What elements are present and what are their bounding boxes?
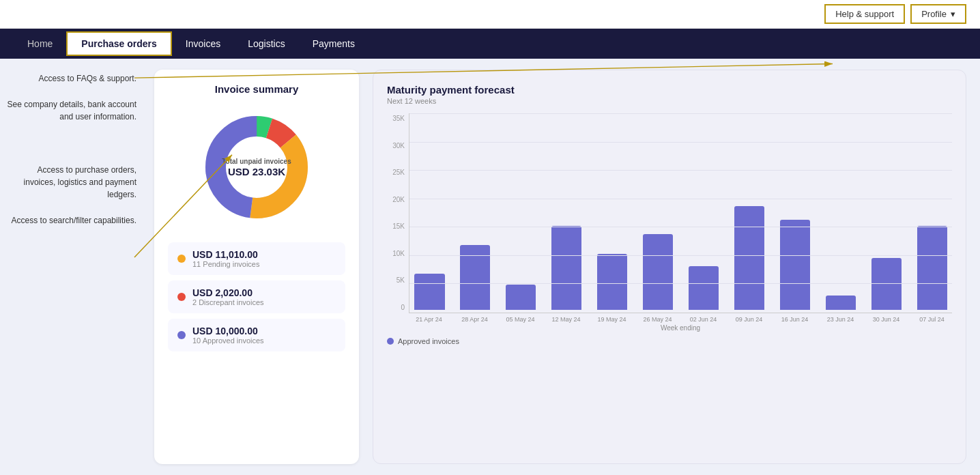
- bar-col: [729, 113, 769, 310]
- y-label-5k: 5K: [387, 276, 405, 284]
- bar: [734, 206, 764, 310]
- x-label: 28 Apr 24: [455, 316, 495, 323]
- bar: [871, 258, 902, 310]
- bar: [689, 266, 719, 310]
- bar-col: [866, 113, 906, 310]
- x-label: 05 May 24: [500, 316, 541, 323]
- legend-label-discrepant: 2 Discrepant invoices: [192, 298, 264, 306]
- x-label: 23 Jun 24: [820, 316, 861, 323]
- y-label-30k: 30K: [387, 142, 405, 149]
- x-label: 16 Jun 24: [775, 316, 815, 323]
- profile-label: Profile: [921, 9, 947, 19]
- forecast-subtitle: Next 12 weeks: [387, 97, 952, 105]
- x-label: 21 Apr 24: [409, 316, 449, 323]
- legend-item-discrepant: USD 2,020.00 2 Discrepant invoices: [168, 280, 345, 313]
- x-label: 19 May 24: [592, 316, 632, 323]
- chart-legend-label: Approved invoices: [398, 337, 459, 345]
- annotation-sidebar: Access to FAQs & support. See company de…: [0, 59, 143, 475]
- y-label-20k: 20K: [387, 196, 405, 203]
- bar: [826, 296, 856, 310]
- legend-amount-pending: USD 11,010.00: [192, 249, 259, 260]
- y-axis: 0 5K 10K 15K 20K 25K 30K 35K: [387, 113, 409, 332]
- donut-label: Total unpaid invoices: [222, 157, 291, 166]
- profile-button[interactable]: Profile ▾: [910, 4, 966, 24]
- profile-chevron-icon: ▾: [951, 9, 955, 19]
- bar-chart: 0 5K 10K 15K 20K 25K 30K 35K: [387, 113, 952, 332]
- bar: [597, 254, 627, 310]
- bar: [780, 220, 810, 310]
- legend-dot-approved: [177, 331, 186, 339]
- y-label-25k: 25K: [387, 169, 405, 176]
- forecast-title: Maturity payment forecast: [387, 84, 952, 96]
- annotation-faq: Access to FAQs & support.: [7, 72, 136, 85]
- bar: [917, 226, 947, 310]
- legend-dot-discrepant: [177, 293, 186, 301]
- annotation-company: See company details, bank account and us…: [7, 98, 136, 123]
- bar-col: [775, 113, 815, 310]
- navigation-bar: Home Purchase orders Invoices Logistics …: [0, 29, 980, 59]
- y-label-15k: 15K: [387, 222, 405, 230]
- bar-col: [409, 113, 450, 310]
- y-label-0: 0: [387, 304, 405, 311]
- chart-legend: Approved invoices: [387, 337, 952, 345]
- x-label: 26 May 24: [637, 316, 678, 323]
- x-labels: 21 Apr 2428 Apr 2405 May 2412 May 2419 M…: [409, 316, 952, 323]
- y-label-10k: 10K: [387, 250, 405, 257]
- bar-col: [592, 113, 633, 310]
- invoice-summary-title: Invoice summary: [168, 83, 345, 95]
- x-label: 12 May 24: [546, 316, 586, 323]
- nav-item-purchase-orders[interactable]: Purchase orders: [66, 31, 172, 56]
- bar-col: [638, 113, 678, 310]
- help-support-label: Help & support: [835, 9, 894, 19]
- annotation-nav: Access to purchase orders, invoices, log…: [7, 164, 136, 201]
- bar: [506, 285, 536, 310]
- x-label: 02 Jun 24: [683, 316, 723, 323]
- legend-dot-pending: [177, 255, 186, 263]
- forecast-card: Maturity payment forecast Next 12 weeks …: [373, 70, 966, 464]
- bar: [460, 245, 490, 310]
- bar: [643, 234, 673, 310]
- legend-item-pending: USD 11,010.00 11 Pending invoices: [168, 242, 345, 275]
- bar-col: [501, 113, 541, 310]
- bar: [414, 274, 444, 310]
- x-label: 07 Jul 24: [912, 316, 952, 323]
- bar-col: [684, 113, 724, 310]
- nav-item-logistics[interactable]: Logistics: [234, 31, 298, 56]
- x-label: 30 Jun 24: [866, 316, 906, 323]
- chart-legend-dot: [387, 338, 394, 345]
- annotation-search: Access to search/filter capabilities.: [7, 214, 136, 227]
- bar-col: [547, 113, 587, 310]
- legend-label-pending: 11 Pending invoices: [192, 260, 259, 268]
- bars-area: [409, 113, 952, 313]
- donut-chart-container: Total unpaid invoices USD 23.03K: [168, 106, 345, 229]
- bar-col: [820, 113, 861, 310]
- legend-label-approved: 10 Approved invoices: [192, 336, 264, 345]
- nav-item-payments[interactable]: Payments: [299, 31, 369, 56]
- x-label: 09 Jun 24: [729, 316, 769, 323]
- donut-center: Total unpaid invoices USD 23.03K: [222, 157, 291, 177]
- legend-amount-discrepant: USD 2,020.00: [192, 287, 264, 298]
- nav-item-invoices[interactable]: Invoices: [172, 31, 234, 56]
- bar-col: [912, 113, 952, 310]
- legend-item-approved: USD 10,000.00 10 Approved invoices: [168, 319, 345, 351]
- x-axis-title: Week ending: [409, 324, 952, 332]
- y-label-35k: 35K: [387, 115, 405, 122]
- donut-amount: USD 23.03K: [222, 166, 291, 177]
- bar: [551, 226, 581, 310]
- bar-col: [455, 113, 495, 310]
- invoice-summary-card: Invoice summary: [154, 70, 359, 464]
- legend-amount-approved: USD 10,000.00: [192, 326, 264, 336]
- nav-item-home[interactable]: Home: [14, 31, 66, 56]
- help-support-button[interactable]: Help & support: [824, 4, 905, 24]
